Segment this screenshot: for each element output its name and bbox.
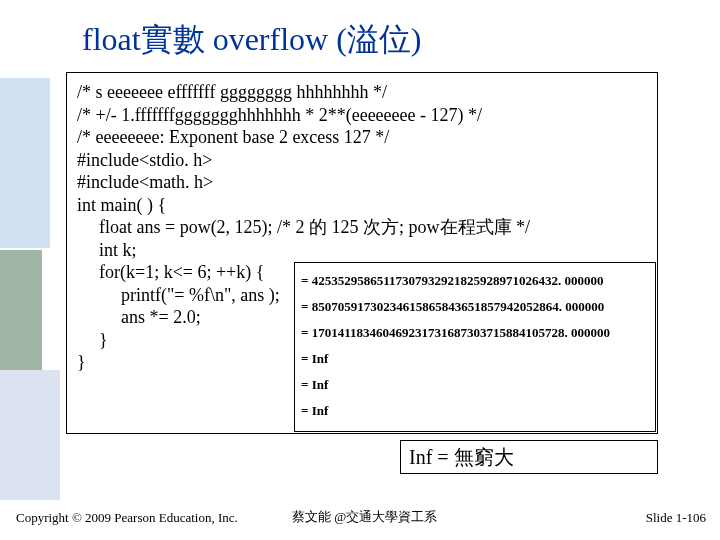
code-line: #include<math. h> — [77, 171, 647, 194]
slide-title: float實數 overflow (溢位) — [82, 18, 421, 62]
output-line: = Inf — [301, 371, 649, 397]
output-line: = 17014118346046923173168730371588410572… — [301, 319, 649, 345]
output-line: = 42535295865117307932921825928971026432… — [301, 267, 649, 293]
code-line: float ans = pow(2, 125); /* 2 的 125 次方; … — [77, 216, 647, 239]
author-credit: 蔡文能 @交通大學資工系 — [292, 508, 437, 526]
inf-note-box: Inf = 無窮大 — [400, 440, 658, 474]
code-line: /* +/- 1.fffffffggggggghhhhhhh * 2**(eee… — [77, 104, 647, 127]
copyright-text: Copyright © 2009 Pearson Education, Inc. — [16, 510, 238, 526]
footer: Copyright © 2009 Pearson Education, Inc.… — [0, 498, 720, 540]
slide-container: float實數 overflow (溢位) /* s eeeeeee effff… — [0, 0, 720, 540]
inf-note-text: Inf = 無窮大 — [409, 446, 514, 468]
code-line: int k; — [77, 239, 647, 262]
code-line: /* eeeeeeee: Exponent base 2 excess 127 … — [77, 126, 647, 149]
slide-number: Slide 1-106 — [646, 510, 706, 526]
code-line: #include<stdio. h> — [77, 149, 647, 172]
output-line: = Inf — [301, 397, 649, 423]
output-box: = 42535295865117307932921825928971026432… — [294, 262, 656, 432]
output-line: = 85070591730234615865843651857942052864… — [301, 293, 649, 319]
code-line: /* s eeeeeee efffffff gggggggg hhhhhhhh … — [77, 81, 647, 104]
output-line: = Inf — [301, 345, 649, 371]
code-line: int main( ) { — [77, 194, 647, 217]
